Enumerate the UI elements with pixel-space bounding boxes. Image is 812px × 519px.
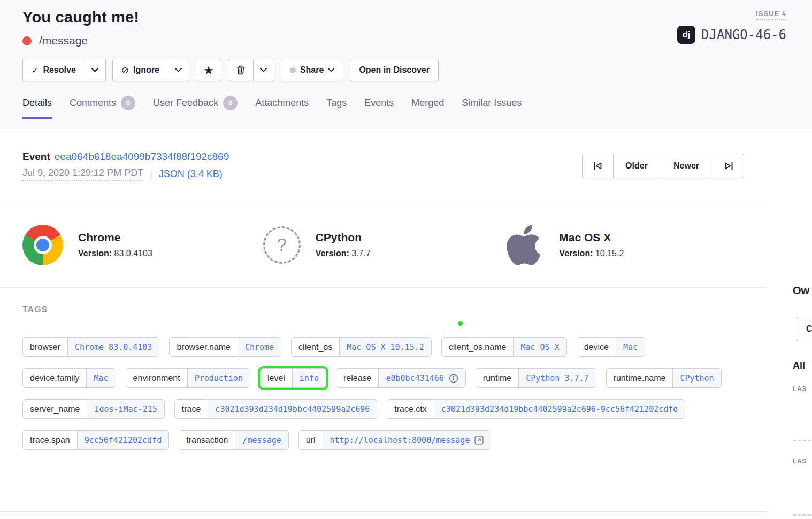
oldest-event-button[interactable]	[582, 154, 614, 178]
resolve-button[interactable]: ✓ Resolve	[22, 59, 85, 81]
all-environments-heading: All	[793, 360, 805, 371]
tag-trace.span: trace.span 9cc56f421202cdfd	[22, 430, 169, 450]
tag-value-link[interactable]: Mac	[616, 338, 645, 356]
tag-value-link[interactable]: Mac OS X	[513, 338, 566, 356]
tag-value-link[interactable]: 9cc56f421202cdfd	[77, 431, 169, 449]
version-value: 83.0.4103	[114, 249, 152, 258]
issue-header: You caught me! /message ISSUE # dj DJANG…	[0, 0, 812, 129]
tag-value: Mac OS X 10.15.2	[347, 342, 424, 352]
context-browser: Chrome Version: 83.0.4103	[22, 225, 263, 265]
tag-value-link[interactable]: Mac	[86, 369, 115, 387]
ownership-heading: Ow	[793, 285, 809, 297]
tab-details[interactable]: Details	[22, 96, 52, 119]
ignore-dropdown-button[interactable]	[168, 59, 189, 81]
tag-runtime: runtime CPython 3.7.7	[476, 368, 596, 388]
tag-level: level info	[260, 368, 326, 388]
event-timestamp: Jul 9, 2020 1:29:12 PM PDT	[22, 167, 143, 181]
page-title: You caught me!	[22, 9, 139, 26]
tag-value-link[interactable]: Production	[187, 369, 250, 387]
tab-label: Details	[22, 97, 52, 109]
tags-section: TAGS browser Chrome 83.0.4103 browser.na…	[0, 288, 767, 518]
older-event-button[interactable]: Older	[613, 154, 660, 178]
issue-title-block: You caught me! /message	[22, 9, 139, 47]
version-value: 10.15.2	[595, 249, 624, 258]
tag-value: Chrome	[245, 342, 274, 352]
chevron-down-icon	[328, 68, 334, 72]
tag-server_name: server_name Idos-iMac-215	[22, 399, 165, 419]
tag-trace: trace c3021d393d234d19bbc4402599a2c696	[174, 399, 378, 419]
newest-event-button[interactable]	[713, 154, 744, 178]
tag-value: Mac	[623, 342, 638, 352]
tab-label: User Feedback	[153, 97, 218, 109]
tab-events[interactable]: Events	[364, 96, 394, 119]
context-name: Mac OS X	[559, 231, 624, 244]
tag-value-link[interactable]: Chrome 83.0.4103	[67, 338, 159, 356]
unknown-runtime-icon: ?	[263, 226, 301, 264]
tag-trace.ctx: trace.ctx c3021d393d234d19bbc4402599a2c6…	[387, 399, 685, 419]
tag-value: Mac	[94, 373, 108, 383]
tag-release: release e0b0bc431466	[336, 368, 466, 388]
tag-value-link[interactable]: CPython 3.7.7	[518, 369, 595, 387]
delete-dropdown-button[interactable]	[253, 59, 274, 81]
version-label: Version:	[559, 249, 593, 258]
tag-value: CPython	[680, 373, 714, 383]
sparkline-dash	[793, 440, 812, 441]
issue-number-block: ISSUE # dj DJANGO-46-6	[677, 9, 786, 44]
tab-user-feedback[interactable]: User Feedback 0	[153, 96, 238, 119]
tag-key: runtime.name	[607, 369, 673, 387]
tag-browser: browser Chrome 83.0.4103	[22, 337, 159, 357]
project-badge-icon: dj	[677, 26, 695, 44]
right-sidebar: Ow C All LAS LAS FIRS Wh Rel LAS	[767, 129, 811, 518]
context-name: CPython	[316, 231, 371, 244]
resolve-dropdown-button[interactable]	[85, 59, 106, 81]
tag-value-link[interactable]: e0b0bc431466	[378, 369, 465, 387]
tag-value-link[interactable]: c3021d393d234d19bbc4402599a2c696-9cc56f4…	[434, 400, 685, 418]
bookmark-star-button[interactable]: ★	[196, 59, 221, 81]
tag-client_os: client_os Mac OS X 10.15.2	[291, 337, 432, 357]
tag-value-link[interactable]: Idos-iMac-215	[87, 400, 164, 418]
tag-value-link[interactable]: Mac OS X 10.15.2	[339, 338, 431, 356]
tag-value-link[interactable]: c3021d393d234d19bbc4402599a2c696	[208, 400, 377, 418]
tab-label: Attachments	[255, 97, 309, 109]
tag-value-link[interactable]: Chrome	[238, 338, 281, 356]
external-icon[interactable]	[474, 436, 484, 445]
event-json-link[interactable]: JSON (3.4 KB)	[159, 169, 223, 180]
tag-value-link[interactable]: http://localhost:8000/message	[323, 431, 491, 449]
tab-attachments[interactable]: Attachments	[255, 96, 309, 119]
assignee-dropdown-button[interactable]: C	[796, 317, 812, 341]
issue-number-label: ISSUE #	[756, 10, 786, 20]
tag-key: level	[261, 369, 292, 387]
event-id-link[interactable]: eea064b618ea4099b7334f88f192c869	[55, 151, 229, 162]
tab-label: Tags	[326, 97, 347, 109]
tab-label: Comments	[70, 97, 116, 109]
chevron-down-icon	[260, 68, 267, 72]
tag-value-link[interactable]: info	[292, 369, 326, 387]
event-meta: Eventeea064b618ea4099b7334f88f192c869 Ju…	[22, 151, 229, 181]
tab-similar-issues[interactable]: Similar Issues	[462, 96, 522, 119]
ignore-button[interactable]: ⊘ Ignore	[112, 59, 168, 81]
tag-key: url	[299, 431, 323, 449]
share-status-dot	[290, 67, 296, 73]
info-icon[interactable]	[449, 373, 458, 383]
tab-comments[interactable]: Comments 0	[70, 96, 135, 119]
tab-label: Merged	[411, 97, 444, 109]
tag-value-link[interactable]: /message	[235, 431, 288, 449]
tag-value: Idos-iMac-215	[94, 404, 157, 414]
context-runtime: ? CPython Version: 3.7.7	[263, 226, 504, 264]
share-button[interactable]: Share	[281, 59, 343, 81]
open-in-discover-button[interactable]: Open in Discover	[350, 59, 439, 81]
issue-detail-page: You caught me! /message ISSUE # dj DJANG…	[0, 0, 812, 519]
version-label: Version:	[316, 249, 349, 258]
tag-client_os.name: client_os.name Mac OS X	[441, 337, 567, 357]
tab-merged[interactable]: Merged	[411, 96, 444, 119]
issue-id: DJANGO-46-6	[701, 27, 786, 42]
last-seen-label: LAS	[793, 385, 807, 393]
tab-tags[interactable]: Tags	[326, 96, 347, 119]
tag-value: Production	[195, 373, 243, 383]
newer-event-button[interactable]: Newer	[660, 154, 713, 178]
tag-value-link[interactable]: CPython	[672, 369, 721, 387]
delete-button[interactable]	[228, 59, 254, 81]
tag-value: Mac OS X	[520, 342, 559, 352]
tab-badge: 0	[223, 96, 238, 110]
check-icon: ✓	[32, 65, 39, 75]
